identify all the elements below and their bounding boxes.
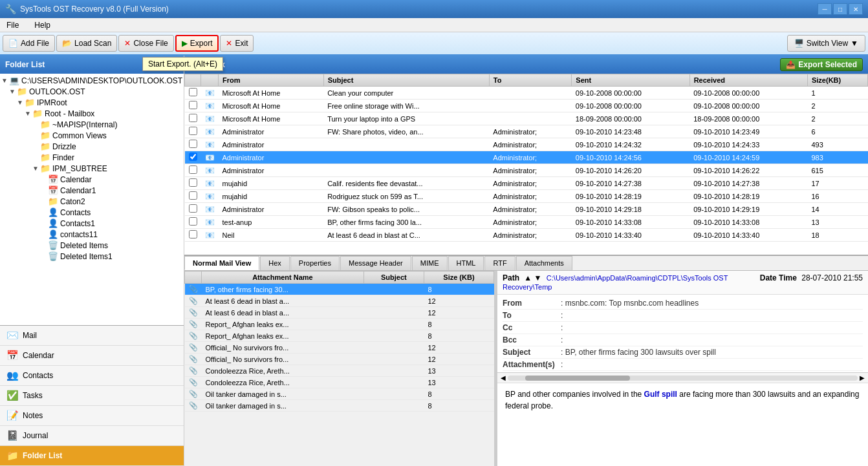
col-size[interactable]: Size(KB) bbox=[807, 74, 867, 87]
row-checkbox[interactable] bbox=[185, 216, 201, 229]
tree-node-contacts11[interactable]: 👤contacts11 bbox=[0, 229, 184, 240]
row-checkbox[interactable] bbox=[185, 87, 201, 100]
col-to[interactable]: To bbox=[489, 74, 572, 87]
tab-mime[interactable]: MIME bbox=[412, 256, 448, 270]
table-row[interactable]: 📧 Administrator FW: Share photos, video,… bbox=[185, 125, 868, 138]
tree-node-calendar[interactable]: 📅Calendar bbox=[0, 174, 184, 185]
list-item[interactable]: 📎 Official_ No survivors fro... 12 bbox=[185, 354, 494, 365]
minimize-button[interactable]: ─ bbox=[818, 3, 832, 15]
row-checkbox[interactable] bbox=[185, 138, 201, 151]
list-item[interactable]: 📎 BP, other firms facing 30... 8 bbox=[185, 284, 494, 295]
tree-node-finder[interactable]: 📁Finder bbox=[0, 152, 184, 163]
load-scan-button[interactable]: 📂 Load Scan bbox=[56, 35, 117, 52]
tree-node-root[interactable]: ▼💻C:\USERS\ADMIN\DESKTOP\OUTLOOK.OST bbox=[0, 75, 184, 86]
col-subject[interactable]: Subject bbox=[323, 74, 489, 87]
tree-node-deleted[interactable]: 🗑️Deleted Items bbox=[0, 240, 184, 251]
tab-attachments[interactable]: Attachments bbox=[516, 256, 572, 270]
exit-button[interactable]: ✕ Exit bbox=[220, 35, 254, 52]
tree-node-contacts1[interactable]: 👤Contacts1 bbox=[0, 218, 184, 229]
table-row[interactable]: 📧 Administrator Administrator; 09-10-201… bbox=[185, 138, 868, 151]
row-checkbox[interactable] bbox=[185, 203, 201, 216]
export-selected-button[interactable]: 📤 Export Selected bbox=[780, 58, 863, 71]
list-item[interactable]: 📎 Report_ Afghan leaks ex... 8 bbox=[185, 330, 494, 342]
tab-hex[interactable]: Hex bbox=[260, 256, 290, 270]
table-row[interactable]: 📧 Microsoft At Home Turn your laptop int… bbox=[185, 112, 868, 125]
list-item[interactable]: 📎 At least 6 dead in blast a... 12 bbox=[185, 295, 494, 307]
tree-node-ipm_sub[interactable]: ▼📁IPM_SUBTREE bbox=[0, 163, 184, 174]
table-row[interactable]: 📧 Microsoft At Home Free online storage … bbox=[185, 100, 868, 112]
table-row[interactable]: 📧 Administrator FW: Gibson speaks to pol… bbox=[185, 203, 868, 216]
row-checkbox[interactable] bbox=[185, 229, 201, 242]
nav-tab-folder-list[interactable]: 📁 Folder List bbox=[0, 446, 184, 466]
nav-tab-contacts[interactable]: 👥 Contacts bbox=[0, 366, 184, 386]
table-row[interactable]: 📧 test-anup BP, other firms facing 300 l… bbox=[185, 216, 868, 229]
tree-node-ipm[interactable]: ▼📁IPMRoot bbox=[0, 97, 184, 108]
tab-normal-mail-view[interactable]: Normal Mail View bbox=[184, 256, 259, 270]
list-item[interactable]: 📎 Condoleezza Rice, Areth... 13 bbox=[185, 365, 494, 377]
attach-col-name[interactable]: Attachment Name bbox=[202, 271, 364, 284]
col-sent[interactable]: Sent bbox=[572, 74, 689, 87]
table-row[interactable]: 📧 Administrator Administrator; 09-10-201… bbox=[185, 164, 868, 177]
export-button[interactable]: ▶ Export bbox=[175, 35, 219, 52]
list-item[interactable]: 📎 Official_ No survivors fro... 12 bbox=[185, 342, 494, 354]
tree-node-common[interactable]: 📁Common Views bbox=[0, 130, 184, 141]
attach-col-subject[interactable]: Subject bbox=[363, 271, 424, 284]
tab-properties[interactable]: Properties bbox=[290, 256, 340, 270]
tree-node-contacts[interactable]: 👤Contacts bbox=[0, 207, 184, 218]
scroll-left-btn[interactable]: ◀ bbox=[499, 374, 508, 381]
tree-node-mailbox[interactable]: ▼📁Root - Mailbox bbox=[0, 108, 184, 119]
tree-icon-finder: 📁 bbox=[40, 153, 50, 162]
table-row[interactable]: 📧 mujahid Calif. residents flee devastat… bbox=[185, 177, 868, 190]
maximize-button[interactable]: □ bbox=[833, 3, 847, 15]
row-from: test-anup bbox=[219, 216, 324, 229]
path-scroll-down[interactable]: ▼ bbox=[534, 273, 542, 282]
col-from[interactable]: From bbox=[219, 74, 324, 87]
table-row[interactable]: 📧 mujahid Rodriguez stuck on 599 as T...… bbox=[185, 190, 868, 203]
list-item[interactable]: 📎 Oil tanker damaged in s... 8 bbox=[185, 388, 494, 400]
tab-html[interactable]: HTML bbox=[448, 256, 484, 270]
row-checkbox[interactable] bbox=[185, 125, 201, 138]
nav-tab-tasks[interactable]: ✅ Tasks bbox=[0, 386, 184, 406]
row-checkbox[interactable] bbox=[185, 177, 201, 190]
row-checkbox[interactable] bbox=[185, 190, 201, 203]
nav-tab-notes[interactable]: 📝 Notes bbox=[0, 406, 184, 426]
email-table-container[interactable]: From Subject To Sent Received Size(KB) 📧… bbox=[184, 74, 868, 255]
tree-node-calendar1[interactable]: 📅Calendar1 bbox=[0, 185, 184, 196]
path-scroll-up[interactable]: ▲ bbox=[524, 273, 532, 282]
close-file-button[interactable]: ✕ Close File bbox=[118, 35, 173, 52]
nav-tab-mail[interactable]: ✉️ Mail bbox=[0, 326, 184, 346]
list-item[interactable]: 📎 Oil tanker damaged in s... 8 bbox=[185, 400, 494, 412]
tab-rtf[interactable]: RTF bbox=[484, 256, 515, 270]
tree-node-drizzle[interactable]: 📁Drizzle bbox=[0, 141, 184, 152]
horizontal-scrollbar[interactable]: ◀ ▶ bbox=[497, 372, 868, 383]
list-item[interactable]: 📎 Condoleezza Rice, Areth... 13 bbox=[185, 377, 494, 388]
row-checkbox[interactable] bbox=[185, 112, 201, 125]
add-file-button[interactable]: 📄 Add File bbox=[3, 35, 55, 52]
tab-message-header[interactable]: Message Header bbox=[340, 256, 411, 270]
nav-tab-calendar[interactable]: 📅 Calendar bbox=[0, 346, 184, 366]
switch-view-button[interactable]: 🖥️ Switch View ▼ bbox=[787, 35, 865, 52]
col-received[interactable]: Received bbox=[689, 74, 807, 87]
menu-help[interactable]: Help bbox=[30, 19, 54, 31]
list-item[interactable]: 📎 Report_ Afghan leaks ex... 8 bbox=[185, 319, 494, 330]
row-checkbox[interactable] bbox=[185, 164, 201, 177]
close-button[interactable]: ✕ bbox=[849, 3, 863, 15]
list-item[interactable]: 📎 At least 6 dead in blast a... 12 bbox=[185, 307, 494, 319]
tree-node-deleted1[interactable]: 🗑️Deleted Items1 bbox=[0, 251, 184, 262]
attachment-scroll[interactable]: Attachment Name Subject Size (KB) 📎 BP, … bbox=[184, 271, 494, 466]
attach-col-size[interactable]: Size (KB) bbox=[424, 271, 494, 284]
menu-file[interactable]: File bbox=[3, 19, 23, 31]
row-checkbox[interactable] bbox=[185, 151, 201, 164]
detail-panel: Path ▲ ▼ C:\Users\admin\AppData\Roaming\… bbox=[497, 271, 868, 466]
tree-node-ost[interactable]: ▼📁OUTLOOK.OST bbox=[0, 86, 184, 97]
tree-node-caton2[interactable]: 📁Caton2 bbox=[0, 196, 184, 207]
folder-tree[interactable]: ▼💻C:\USERS\ADMIN\DESKTOP\OUTLOOK.OST▼📁OU… bbox=[0, 74, 184, 325]
tree-label-ost: OUTLOOK.OST bbox=[29, 87, 85, 96]
scroll-right-btn[interactable]: ▶ bbox=[858, 374, 867, 381]
nav-tab-journal[interactable]: 📓 Journal bbox=[0, 426, 184, 446]
table-row[interactable]: 📧 Administrator Administrator; 09-10-201… bbox=[185, 151, 868, 164]
table-row[interactable]: 📧 Neil At least 6 dead in blast at C... … bbox=[185, 229, 868, 242]
row-checkbox[interactable] bbox=[185, 100, 201, 112]
table-row[interactable]: 📧 Microsoft At Home Clean your computer … bbox=[185, 87, 868, 100]
tree-node-mapisp[interactable]: 📁~MAPISP(Internal) bbox=[0, 119, 184, 130]
